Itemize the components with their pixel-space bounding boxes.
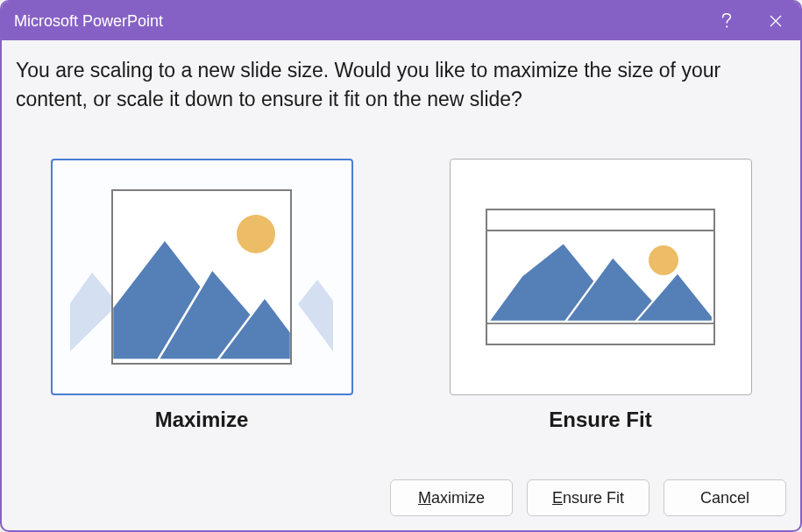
- btn-hotkey: M: [418, 489, 431, 507]
- dialog-title: Microsoft PowerPoint: [14, 12, 702, 31]
- maximize-button[interactable]: Maximize: [390, 479, 513, 516]
- option-ensure-fit: Ensure Fit: [450, 159, 752, 432]
- svg-point-0: [726, 25, 727, 27]
- option-maximize: Maximize: [51, 159, 353, 432]
- btn-text: nsure Fit: [563, 489, 624, 507]
- help-icon: [720, 12, 733, 30]
- titlebar: Microsoft PowerPoint: [2, 2, 800, 40]
- dialog-content: You are scaling to a new slide size. Wou…: [2, 40, 800, 465]
- btn-hotkey: E: [552, 489, 563, 507]
- close-button[interactable]: [751, 2, 800, 40]
- svg-point-4: [237, 215, 275, 253]
- dialog-footer: Maximize Ensure Fit Cancel: [2, 465, 800, 530]
- option-maximize-preview[interactable]: [51, 159, 353, 395]
- btn-text: aximize: [431, 489, 485, 507]
- svg-point-13: [649, 245, 678, 275]
- ensure-fit-button[interactable]: Ensure Fit: [527, 479, 649, 516]
- options-row: Maximize: [16, 159, 786, 432]
- close-icon: [770, 15, 782, 27]
- btn-text: Cancel: [700, 489, 749, 507]
- cancel-button[interactable]: Cancel: [664, 479, 786, 516]
- option-ensure-fit-caption: Ensure Fit: [549, 408, 651, 432]
- option-maximize-caption: Maximize: [155, 408, 249, 432]
- help-button[interactable]: [702, 2, 751, 40]
- maximize-illustration-icon: [70, 185, 333, 369]
- ensure-fit-illustration-icon: [469, 185, 732, 369]
- option-ensure-fit-preview[interactable]: [450, 159, 752, 395]
- prompt-text: You are scaling to a new slide size. Wou…: [16, 56, 786, 115]
- slide-size-dialog: Microsoft PowerPoint You are scaling to …: [0, 0, 802, 532]
